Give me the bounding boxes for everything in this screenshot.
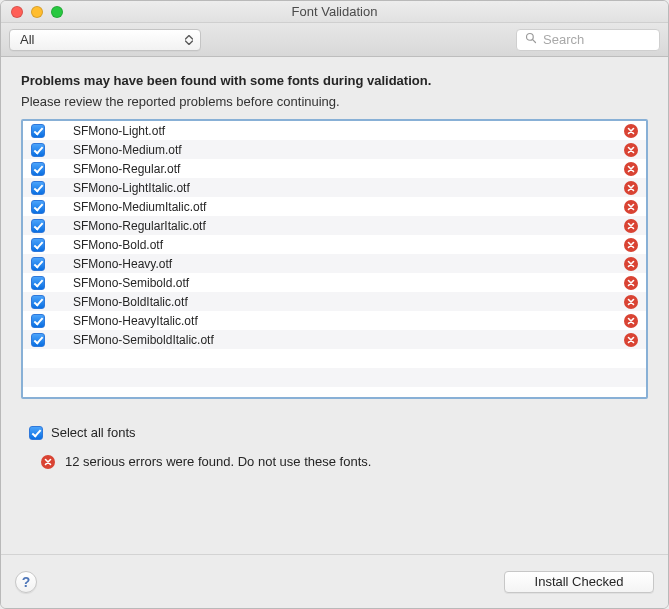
problems-subheading: Please review the reported problems befo… <box>21 94 648 109</box>
window-title: Font Validation <box>1 4 668 19</box>
error-summary: 12 serious errors were found. Do not use… <box>41 454 644 469</box>
filter-dropdown-label: All <box>20 32 34 47</box>
font-row-name: SFMono-BoldItalic.otf <box>73 295 616 309</box>
error-icon <box>624 333 638 347</box>
font-row[interactable]: SFMono-SemiboldItalic.otf <box>23 330 646 349</box>
font-row-name: SFMono-MediumItalic.otf <box>73 200 616 214</box>
font-row[interactable]: SFMono-Semibold.otf <box>23 273 646 292</box>
font-row-checkbox[interactable] <box>31 143 45 157</box>
font-row[interactable]: SFMono-Medium.otf <box>23 140 646 159</box>
font-row[interactable]: SFMono-HeavyItalic.otf <box>23 311 646 330</box>
font-row-checkbox[interactable] <box>31 333 45 347</box>
error-icon <box>624 238 638 252</box>
font-row-checkbox[interactable] <box>31 200 45 214</box>
error-icon <box>624 314 638 328</box>
font-row-checkbox[interactable] <box>31 276 45 290</box>
font-row-name: SFMono-SemiboldItalic.otf <box>73 333 616 347</box>
window-controls <box>1 6 63 18</box>
search-input[interactable] <box>543 32 651 47</box>
font-row-checkbox[interactable] <box>31 295 45 309</box>
font-row-empty <box>23 368 646 387</box>
font-row[interactable]: SFMono-Heavy.otf <box>23 254 646 273</box>
error-icon <box>624 143 638 157</box>
error-icon <box>624 181 638 195</box>
error-warning-text: Do not use these fonts. <box>238 454 372 469</box>
font-row-name: SFMono-Heavy.otf <box>73 257 616 271</box>
font-row-checkbox[interactable] <box>31 238 45 252</box>
select-all-checkbox[interactable] <box>29 426 43 440</box>
font-row[interactable]: SFMono-Light.otf <box>23 121 646 140</box>
font-list: SFMono-Light.otfSFMono-Medium.otfSFMono-… <box>21 119 648 399</box>
install-checked-button[interactable]: Install Checked <box>504 571 654 593</box>
font-row-checkbox[interactable] <box>31 219 45 233</box>
search-field[interactable] <box>516 29 660 51</box>
minimize-window-button[interactable] <box>31 6 43 18</box>
font-row-name: SFMono-Light.otf <box>73 124 616 138</box>
font-row-checkbox[interactable] <box>31 314 45 328</box>
font-row-name: SFMono-Bold.otf <box>73 238 616 252</box>
error-count-text: 12 serious errors were found. <box>65 454 238 469</box>
font-list-scroll[interactable]: SFMono-Light.otfSFMono-Medium.otfSFMono-… <box>23 121 646 397</box>
font-row[interactable]: SFMono-LightItalic.otf <box>23 178 646 197</box>
error-icon <box>624 219 638 233</box>
footer: ? Install Checked <box>1 554 668 608</box>
error-summary-text: 12 serious errors were found. Do not use… <box>65 454 371 469</box>
toolbar: All <box>1 23 668 57</box>
close-window-button[interactable] <box>11 6 23 18</box>
font-validation-window: Font Validation All Problems may have be… <box>0 0 669 609</box>
select-all-row[interactable]: Select all fonts <box>29 425 644 440</box>
font-row-name: SFMono-RegularItalic.otf <box>73 219 616 233</box>
font-row-name: SFMono-Semibold.otf <box>73 276 616 290</box>
error-icon <box>624 124 638 138</box>
below-list: Select all fonts 12 serious errors were … <box>21 399 648 469</box>
font-row[interactable]: SFMono-MediumItalic.otf <box>23 197 646 216</box>
font-row-checkbox[interactable] <box>31 181 45 195</box>
zoom-window-button[interactable] <box>51 6 63 18</box>
font-row[interactable]: SFMono-RegularItalic.otf <box>23 216 646 235</box>
content-area: Problems may have been found with some f… <box>1 57 668 554</box>
error-icon <box>624 276 638 290</box>
filter-dropdown[interactable]: All <box>9 29 201 51</box>
chevron-up-down-icon <box>184 35 194 45</box>
error-icon <box>624 162 638 176</box>
error-icon <box>624 295 638 309</box>
titlebar: Font Validation <box>1 1 668 23</box>
font-row-checkbox[interactable] <box>31 257 45 271</box>
font-row-name: SFMono-HeavyItalic.otf <box>73 314 616 328</box>
font-row-name: SFMono-LightItalic.otf <box>73 181 616 195</box>
font-row[interactable]: SFMono-Bold.otf <box>23 235 646 254</box>
font-row[interactable]: SFMono-Regular.otf <box>23 159 646 178</box>
font-row-checkbox[interactable] <box>31 162 45 176</box>
font-row[interactable]: SFMono-BoldItalic.otf <box>23 292 646 311</box>
svg-line-1 <box>533 40 536 43</box>
select-all-label: Select all fonts <box>51 425 136 440</box>
error-icon <box>41 455 55 469</box>
font-row-name: SFMono-Medium.otf <box>73 143 616 157</box>
font-row-empty <box>23 349 646 368</box>
font-row-checkbox[interactable] <box>31 124 45 138</box>
font-row-name: SFMono-Regular.otf <box>73 162 616 176</box>
error-icon <box>624 257 638 271</box>
problems-heading: Problems may have been found with some f… <box>21 73 648 88</box>
help-button[interactable]: ? <box>15 571 37 593</box>
search-icon <box>525 32 537 47</box>
error-icon <box>624 200 638 214</box>
